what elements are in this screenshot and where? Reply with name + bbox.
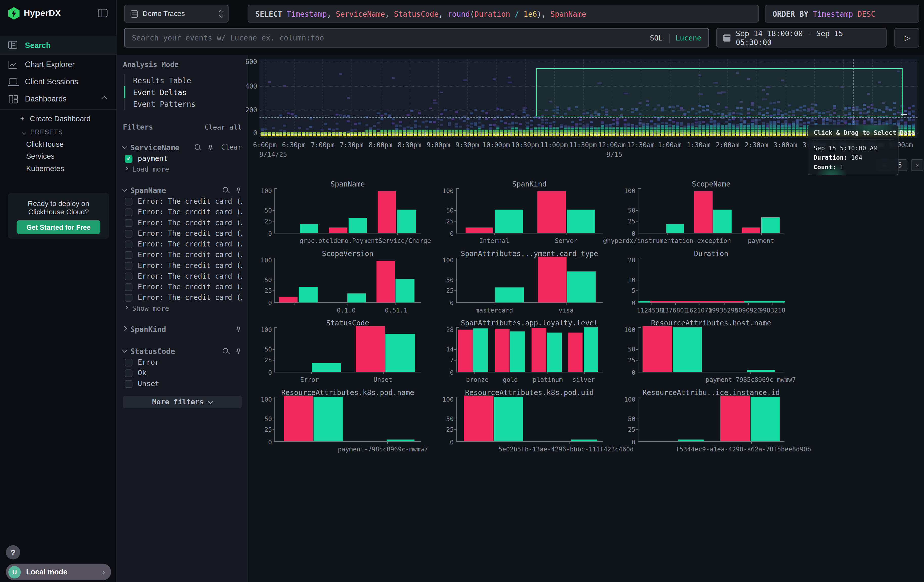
order-by-input[interactable]: ORDER BY Timestamp DESC: [765, 5, 919, 23]
pin-icon[interactable]: [208, 144, 214, 150]
filter-option-row[interactable]: Ok: [125, 368, 242, 378]
checkbox-unchecked[interactable]: [125, 358, 133, 366]
delta-chart-spanattributes-yment-card-type[interactable]: SpanAttributes...yment.card_type10050250…: [441, 245, 623, 314]
checkbox-unchecked[interactable]: [125, 197, 133, 205]
analysis-mode-results-table[interactable]: Results Table: [124, 74, 242, 86]
filter-group-spankind[interactable]: SpanKind: [123, 323, 242, 335]
y-axis-label: 100: [442, 187, 454, 194]
filter-option-row[interactable]: Error: The credit card (…: [125, 249, 242, 260]
sql-mode-toggle[interactable]: SQL: [650, 34, 663, 42]
source-select[interactable]: Demo Traces: [124, 5, 229, 23]
sidebar-item-search[interactable]: Search: [0, 36, 117, 54]
sidebar-collapse-icon[interactable]: [98, 9, 107, 17]
checkbox-unchecked[interactable]: [125, 262, 133, 269]
delta-chart-scopename[interactable]: ScopeName10050250@hyperdx/instrumentatio…: [623, 175, 805, 245]
event-search-input[interactable]: Search your events w/ Lucene ex. column:…: [124, 28, 709, 47]
chart-plot: 201050: [638, 258, 785, 303]
load-more-link[interactable]: Load more: [125, 164, 242, 174]
filter-option-row[interactable]: Error: The credit card (…: [125, 282, 242, 292]
delta-chart-resourceattributes-k8s-pod-uid[interactable]: ResourceAttributes.k8s.pod.uid100502505e…: [441, 384, 623, 453]
user-menu[interactable]: U Local mode ›: [6, 564, 111, 580]
create-dashboard-button[interactable]: +Create Dashboard: [20, 115, 91, 123]
filter-option-row[interactable]: Error: The credit card (…: [125, 207, 242, 218]
sidebar-item-client-sessions[interactable]: Client Sessions: [0, 73, 117, 90]
x-axis-label: Unset: [373, 376, 392, 383]
filter-option-row[interactable]: Error: The credit card (…: [125, 218, 242, 228]
checkbox-unchecked[interactable]: [125, 219, 133, 227]
x-tick: [569, 441, 570, 444]
checkbox-unchecked[interactable]: [125, 208, 133, 216]
pin-icon[interactable]: [235, 348, 242, 354]
x-axis-label: @hyperdx/instrumentation-exception: [603, 237, 731, 244]
filter-option-row[interactable]: Error: The credit card (…: [125, 239, 242, 249]
delta-chart-duration[interactable]: Duration20105011245381376801162107019935…: [623, 245, 805, 314]
help-button[interactable]: ?: [6, 545, 20, 559]
delta-chart-spanname[interactable]: SpanName10050250grpc.oteldemo.PaymentSer…: [260, 175, 441, 245]
checkbox-unchecked[interactable]: [125, 251, 133, 259]
checkbox-unchecked[interactable]: [125, 272, 133, 280]
delta-chart-resourceattribu-ice-instance-id[interactable]: ResourceAttribu..ice.instance.id10050250…: [623, 384, 805, 453]
chart-plot: 10050250: [456, 189, 603, 233]
sidebar-item-services[interactable]: Services: [26, 152, 54, 160]
chart-title: SpanAttributes...yment.card_type: [456, 249, 603, 258]
clear-all-link[interactable]: Clear all: [205, 123, 242, 131]
checkbox-unchecked[interactable]: [125, 283, 133, 291]
delta-chart-resourceattributes-k8s-pod-name[interactable]: ResourceAttributes.k8s.pod.name10050250p…: [260, 384, 441, 453]
checkbox-checked[interactable]: [125, 155, 133, 162]
filter-group-name: SpanKind: [130, 325, 166, 333]
checkbox-unchecked[interactable]: [125, 369, 133, 377]
bar-selection: [643, 326, 672, 372]
sidebar-item-kubernetes[interactable]: Kubernetes: [26, 165, 64, 173]
bar-baseline: [386, 334, 415, 372]
analysis-mode-event-deltas[interactable]: Event Deltas: [124, 86, 242, 98]
delta-chart-scopeversion[interactable]: ScopeVersion100502500.1.00.51.1: [260, 245, 441, 314]
selection-rectangle[interactable]: [536, 68, 903, 116]
checkbox-unchecked[interactable]: [125, 229, 133, 237]
analysis-mode-event-patterns[interactable]: Event Patterns: [124, 98, 242, 110]
delta-chart-spankind[interactable]: SpanKind10050250InternalServer: [441, 175, 623, 245]
select-query-input[interactable]: SELECT Timestamp, ServiceName, StatusCod…: [248, 5, 759, 23]
presets-toggle[interactable]: PRESETS: [23, 128, 63, 135]
delta-chart-resourceattributes-host-name[interactable]: ResourceAttributes.host.name10050250paym…: [623, 314, 805, 384]
delta-chart-spanattributes-app-loyalty-level[interactable]: SpanAttributes.app.loyalty.level281470br…: [441, 314, 623, 384]
run-query-button[interactable]: ▷: [894, 28, 919, 47]
filter-option-row[interactable]: Error: The credit card (…: [125, 292, 242, 303]
filter-group-spanname[interactable]: SpanName: [123, 184, 242, 196]
page-next-button[interactable]: ›: [911, 159, 923, 171]
filter-option-row[interactable]: payment: [125, 153, 242, 164]
filter-option-row[interactable]: Error: The credit card (…: [125, 271, 242, 281]
date-label: 9/15: [606, 151, 622, 159]
filter-option-row[interactable]: Error: [125, 357, 242, 368]
pin-icon[interactable]: [235, 326, 242, 332]
x-axis-label: 0.1.0: [337, 307, 355, 313]
clear-filter-link[interactable]: Clear: [221, 143, 242, 152]
sidebar-item-dashboards[interactable]: Dashboards: [0, 90, 117, 107]
search-icon[interactable]: [222, 348, 229, 354]
bar-baseline: [314, 397, 343, 441]
show-more-link[interactable]: Show more: [125, 303, 242, 313]
checkbox-unchecked[interactable]: [125, 294, 133, 302]
checkbox-unchecked[interactable]: [125, 380, 133, 387]
date-range-picker[interactable]: Sep 14 18:00:00 - Sep 15 05:30:00: [716, 28, 887, 47]
bar-baseline: [348, 293, 366, 302]
filter-option-row[interactable]: Error: The credit card (…: [125, 196, 242, 207]
filter-option-row[interactable]: Error: The credit card (…: [125, 260, 242, 271]
x-axis-label: 7:00pm: [311, 142, 335, 149]
y-axis-label: 50: [264, 207, 272, 214]
filter-group-servicename[interactable]: ServiceNameClear: [123, 142, 242, 153]
filter-group-statuscode[interactable]: StatusCode: [123, 345, 242, 357]
more-filters-button[interactable]: More filters: [123, 396, 242, 408]
filter-option-row[interactable]: Unset: [125, 378, 242, 389]
get-started-button[interactable]: Get Started for Free: [17, 220, 101, 234]
sidebar-item-chart-explorer[interactable]: Chart Explorer: [0, 56, 117, 73]
checkbox-unchecked[interactable]: [125, 240, 133, 248]
filter-option-row[interactable]: Error: The credit card (…: [125, 228, 242, 239]
search-icon[interactable]: [222, 186, 229, 194]
chart-plot: 10050250: [274, 328, 421, 373]
delta-chart-statuscode[interactable]: StatusCode10050250ErrorUnset: [260, 314, 441, 384]
lucene-mode-toggle[interactable]: Lucene: [676, 34, 701, 42]
sidebar-item-clickhouse[interactable]: ClickHouse: [26, 140, 64, 148]
y-tick: [272, 429, 275, 430]
search-icon[interactable]: [194, 144, 201, 151]
pin-icon[interactable]: [235, 187, 242, 193]
